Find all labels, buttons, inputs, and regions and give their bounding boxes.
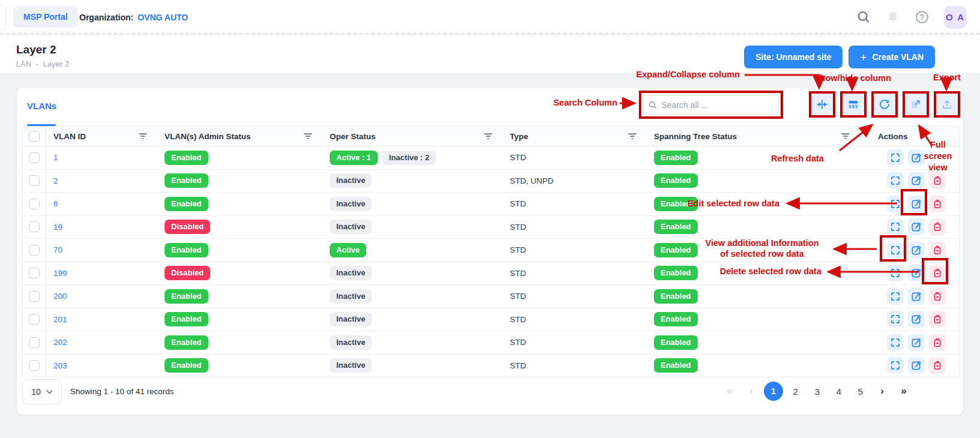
chevron-down-icon [46, 390, 53, 394]
expand-row-button[interactable] [887, 334, 904, 351]
pagination-page-1[interactable]: 1 [764, 382, 783, 401]
delete-row-icon [931, 359, 943, 371]
vlan-id-link[interactable]: 6 [53, 199, 58, 208]
select-all-checkbox[interactable] [29, 131, 40, 142]
filter-icon[interactable] [138, 133, 148, 140]
table-row: 19 Disabled Inactive STD Enabled [22, 216, 959, 239]
refresh-button[interactable] [874, 94, 895, 115]
site-button[interactable]: Site: Unnamed site [744, 46, 842, 68]
oper-status-badge: Active : 1 [330, 151, 378, 165]
search-icon[interactable] [857, 10, 871, 24]
type-value: STD [510, 338, 526, 347]
delete-row-button[interactable] [929, 196, 946, 212]
pagination-first[interactable]: « [721, 382, 739, 401]
stp-status-badge: Enabled [654, 173, 698, 188]
admin-status-badge: Enabled [165, 173, 208, 188]
row-checkbox[interactable] [29, 199, 40, 209]
export-button[interactable] [936, 94, 958, 115]
edit-row-button[interactable] [908, 357, 925, 374]
delete-row-button[interactable] [929, 172, 946, 189]
expand-row-button[interactable] [887, 172, 904, 189]
msp-portal-chip[interactable]: MSP Portal [13, 6, 78, 28]
pagination-next[interactable]: › [873, 382, 891, 401]
avatar[interactable]: O A [944, 6, 967, 29]
annotation-refresh: Refresh data [771, 154, 833, 163]
vlan-id-link[interactable]: 202 [53, 338, 67, 347]
expand-row-button[interactable] [887, 265, 904, 281]
expand-collapse-column-button[interactable] [811, 94, 833, 115]
page-size-select[interactable]: 10 [22, 379, 62, 404]
oper-status-badge: Inactive [330, 173, 372, 188]
col-spanning-tree: Spanning Tree Status [654, 132, 737, 141]
expand-row-icon [889, 221, 901, 233]
row-checkbox[interactable] [29, 152, 40, 163]
pagination-prev[interactable]: ‹ [742, 382, 760, 401]
create-vlan-button[interactable]: + Create VLAN [848, 46, 935, 68]
vlan-id-link[interactable]: 1 [53, 153, 58, 162]
oper-status-badge: Active [330, 243, 366, 257]
oper-status-badge: Inactive [330, 197, 372, 211]
expand-row-button[interactable] [887, 218, 904, 235]
pagination-page-5[interactable]: 5 [851, 382, 870, 401]
filter-icon[interactable] [628, 133, 637, 140]
edit-row-button[interactable] [908, 172, 925, 189]
row-checkbox[interactable] [29, 221, 40, 232]
expand-row-button[interactable] [887, 288, 904, 305]
edit-row-button[interactable] [908, 288, 925, 305]
row-checkbox[interactable] [29, 337, 40, 348]
pagination-page-3[interactable]: 3 [808, 382, 826, 401]
delete-row-button[interactable] [929, 288, 946, 305]
admin-status-badge: Disabled [165, 266, 210, 280]
tab-vlans[interactable]: VLANs [27, 101, 56, 111]
delete-row-button[interactable] [929, 334, 946, 351]
fullscreen-icon [910, 98, 922, 110]
filter-icon[interactable] [841, 133, 850, 140]
edit-row-button[interactable] [908, 334, 925, 351]
stp-status-badge: Enabled [654, 335, 698, 350]
bell-icon[interactable] [886, 10, 900, 25]
vlan-id-link[interactable]: 2 [53, 176, 58, 185]
type-value: STD [510, 199, 526, 208]
delete-row-annotation-box [922, 258, 948, 284]
filter-icon[interactable] [303, 133, 313, 140]
oper-status-cell: Inactive [322, 197, 503, 211]
search-input[interactable] [661, 100, 773, 110]
expand-row-button[interactable] [887, 357, 904, 374]
pagination-page-4[interactable]: 4 [830, 382, 848, 401]
expand-row-button[interactable] [887, 311, 904, 328]
expand-row-icon [889, 290, 901, 302]
edit-row-button[interactable] [908, 218, 925, 235]
pagination-last[interactable]: » [895, 382, 913, 401]
delete-row-button[interactable] [929, 311, 946, 328]
row-checkbox[interactable] [29, 360, 40, 371]
delete-row-button[interactable] [929, 218, 946, 235]
search-input-icon [649, 100, 657, 110]
row-checkbox[interactable] [29, 268, 40, 278]
vlan-id-link[interactable]: 201 [53, 315, 67, 324]
show-hide-column-button[interactable] [842, 94, 864, 115]
row-checkbox[interactable] [29, 314, 40, 325]
search-box[interactable] [643, 95, 779, 115]
edit-row-icon [910, 244, 922, 256]
filter-icon[interactable] [483, 133, 493, 140]
organization-link[interactable]: OVNG AUTO [138, 13, 188, 22]
expand-row-button[interactable] [887, 149, 904, 166]
edit-row-button[interactable] [908, 311, 925, 328]
pagination-page-2[interactable]: 2 [787, 382, 805, 401]
edit-row-button[interactable] [908, 242, 925, 259]
row-checkbox[interactable] [29, 175, 40, 186]
vlan-id-link[interactable]: 70 [53, 245, 62, 254]
fullscreen-button[interactable] [905, 94, 927, 115]
delete-row-button[interactable] [929, 357, 946, 374]
vlan-id-link[interactable]: 199 [53, 269, 67, 278]
delete-row-button[interactable] [929, 242, 946, 259]
vlan-id-link[interactable]: 19 [53, 223, 62, 232]
oper-status-badge: Inactive [330, 220, 372, 234]
row-checkbox[interactable] [29, 291, 40, 302]
breadcrumb-separator: - [36, 60, 38, 68]
search-annotation-box [639, 91, 783, 119]
row-checkbox[interactable] [29, 245, 40, 256]
vlan-id-link[interactable]: 200 [53, 292, 67, 301]
help-icon[interactable]: ? [915, 10, 929, 24]
vlan-id-link[interactable]: 203 [53, 361, 67, 370]
